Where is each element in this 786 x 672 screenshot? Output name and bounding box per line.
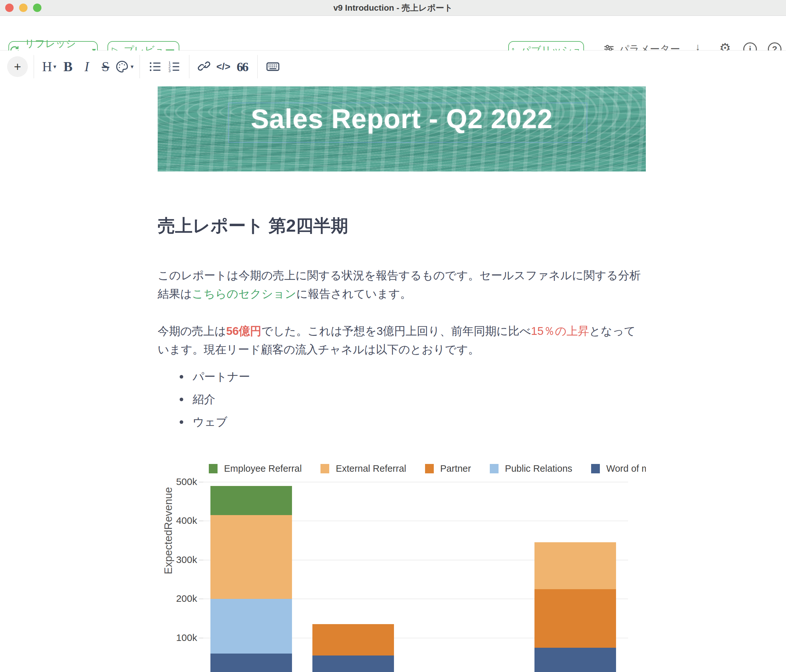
italic-button[interactable]: I [77, 55, 96, 78]
quote-button[interactable]: 66 [233, 55, 252, 78]
bar-segment-external-referral [211, 515, 292, 599]
italic-icon: I [85, 59, 89, 74]
legend-swatch [209, 464, 217, 473]
gridline [203, 482, 628, 482]
bar-segment-word-of-mouth [534, 648, 616, 672]
palette-icon [115, 60, 129, 74]
toolbar-separator [257, 55, 258, 78]
legend-swatch [425, 464, 434, 473]
tick-mark [199, 560, 203, 561]
heading-icon: H [42, 59, 52, 74]
numbered-list-button[interactable]: 1 2 3 [165, 55, 183, 78]
tick-label: 200k [159, 593, 197, 604]
heading-menu-button[interactable]: H ▾ [40, 55, 58, 78]
tick-mark [199, 482, 203, 482]
add-block-button[interactable]: + [7, 56, 28, 77]
bullet-list-button[interactable] [146, 55, 165, 78]
link-button[interactable] [195, 55, 214, 78]
tick-mark [199, 638, 203, 638]
tick-label: 500k [159, 476, 197, 487]
bar-segment-partner [313, 624, 394, 655]
toolbar-separator [140, 55, 140, 78]
keyboard-shortcuts-button[interactable] [264, 55, 282, 78]
text-segment-plain: 今期の売上は [158, 325, 226, 337]
svg-text:3: 3 [169, 69, 171, 73]
bar-segment-external-referral [534, 542, 616, 589]
plus-icon: + [14, 60, 21, 74]
list-item: 紹介 [180, 388, 250, 411]
code-button[interactable]: </> [214, 55, 233, 78]
chevron-down-icon: ▾ [130, 63, 134, 70]
toolbar-separator [34, 55, 34, 78]
tick-label: 100k [159, 632, 197, 643]
bullet-list-icon [148, 60, 162, 74]
numbered-list-icon: 1 2 3 [167, 60, 181, 74]
legend-swatch [321, 464, 329, 473]
bold-button[interactable]: B [58, 55, 77, 78]
page-title: 売上レポート 第2四半期 [158, 214, 348, 238]
strikethrough-icon: S [102, 59, 109, 74]
tick-mark [199, 598, 203, 599]
hero-image[interactable]: Sales Report - Q2 2022 [158, 86, 646, 171]
bar-segment-public-relations [211, 599, 292, 653]
formatting-toolbar: + H ▾ B I S ▾ [0, 50, 786, 83]
bar-segment-partner [534, 589, 616, 648]
close-window-button[interactable] [5, 3, 14, 12]
app-window: v9 Introduction - 売上レポート リフレッシュ ▼ ▷ プレビュ… [0, 0, 786, 672]
tick-mark [199, 521, 203, 521]
code-icon: </> [216, 61, 230, 72]
zoom-window-button[interactable] [33, 3, 41, 12]
legend-swatch [490, 464, 498, 473]
strikethrough-button[interactable]: S [96, 55, 115, 78]
link-icon [198, 60, 212, 74]
keyboard-icon [266, 59, 280, 74]
text-color-button[interactable]: ▾ [115, 55, 134, 78]
minimize-window-button[interactable] [19, 3, 28, 12]
sales-paragraph: 今期の売上は56億円でした。これは予想を3億円上回り、前年同期に比べ15％の上昇… [158, 322, 646, 358]
list-item: ウェブ [180, 411, 250, 433]
text-segment-plain: に報告されています。 [296, 287, 412, 300]
chart-plot-area [203, 473, 628, 672]
window-controls [5, 3, 41, 12]
title-bar: v9 Introduction - 売上レポート [0, 0, 786, 16]
intro-paragraph: このレポートは今期の売上に関する状況を報告するものです。セールスファネルに関する… [158, 266, 646, 303]
bar-segment-word-of-mouth [313, 655, 394, 672]
tick-label: 300k [159, 554, 197, 565]
channel-bullet-list: パートナー紹介ウェブ [180, 365, 250, 433]
window-title: v9 Introduction - 売上レポート [333, 2, 453, 14]
tick-label: 400k [159, 515, 197, 526]
legend-swatch [591, 464, 600, 473]
toolbar-separator [189, 55, 189, 78]
chevron-down-icon: ▾ [53, 63, 56, 70]
action-toolbar: リフレッシュ ▼ ▷ プレビュー ↑ パブリッシュ パラメーター ↓ ⚙ [0, 16, 786, 50]
hero-title-text: Sales Report - Q2 2022 [158, 103, 646, 135]
list-item: パートナー [180, 365, 250, 388]
document-canvas: Sales Report - Q2 2022 売上レポート 第2四半期 このレポ… [158, 86, 646, 171]
bar-segment-employee-referral [211, 486, 292, 515]
text-segment-plain: でした。これは予想を3億円上回り、前年同期に比べ [262, 325, 531, 337]
text-segment-red-bold: 56億円 [226, 325, 262, 337]
bold-icon: B [63, 59, 72, 74]
bar-segment-word-of-mouth [211, 653, 292, 672]
section-link[interactable]: こちらのセクション [192, 287, 296, 300]
text-segment-red: 15％の上昇 [531, 325, 589, 337]
expected-revenue-chart: Employee ReferralExternal ReferralPartne… [158, 459, 646, 672]
quote-icon: 66 [237, 59, 248, 74]
